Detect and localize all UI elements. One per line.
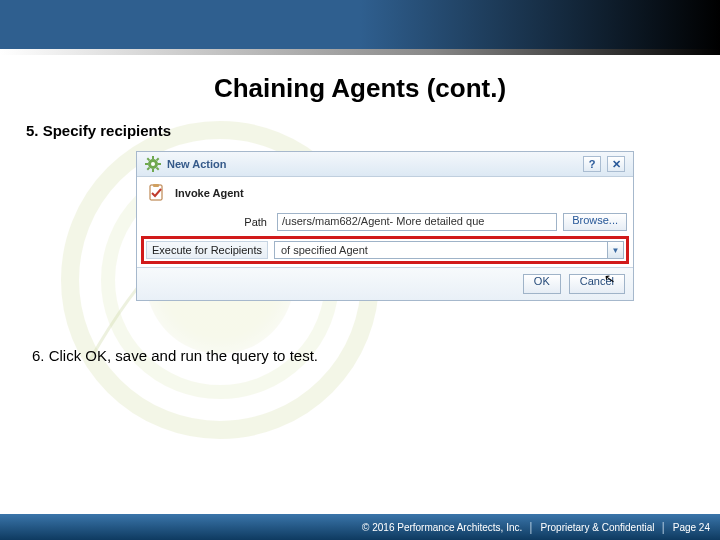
recipients-row-highlight: Execute for Recipients of specified Agen…	[141, 236, 629, 264]
footer-proprietary: Proprietary & Confidential	[541, 522, 655, 533]
ok-button[interactable]: OK	[523, 274, 561, 294]
slide-top-bar	[0, 0, 720, 55]
dialog-title-text: New Action	[167, 158, 577, 170]
slide-title: Chaining Agents (cont.)	[26, 73, 694, 104]
svg-rect-14	[153, 184, 159, 187]
browse-button[interactable]: Browse...	[563, 213, 627, 231]
footer-page: Page 24	[673, 522, 710, 533]
dialog-titlebar: New Action ? ✕	[137, 152, 633, 177]
svg-rect-13	[150, 185, 162, 200]
footer-copyright: © 2016 Performance Architects, Inc.	[362, 522, 522, 533]
step-5-text: 5. Specify recipients	[26, 122, 694, 139]
close-button[interactable]: ✕	[607, 156, 625, 172]
invoke-agent-label: Invoke Agent	[175, 187, 244, 199]
svg-line-9	[157, 168, 159, 170]
help-button[interactable]: ?	[583, 156, 601, 172]
recipients-select[interactable]: of specified Agent ▼	[274, 241, 624, 259]
svg-line-11	[147, 168, 149, 170]
slide-footer: © 2016 Performance Architects, Inc. │ Pr…	[0, 514, 720, 540]
recipients-value: of specified Agent	[275, 244, 607, 256]
invoke-agent-icon	[147, 183, 167, 203]
svg-line-8	[147, 158, 149, 160]
step-6-text: 6. Click OK, save and run the query to t…	[32, 347, 694, 364]
svg-point-12	[151, 162, 155, 166]
gear-icon	[145, 156, 161, 172]
path-label: Path	[143, 216, 271, 228]
svg-line-10	[157, 158, 159, 160]
cursor-icon: ↖	[603, 270, 616, 287]
path-input[interactable]: /users/mam682/Agent- More detailed que	[277, 213, 557, 231]
cancel-button[interactable]: Cancel	[569, 274, 625, 294]
chevron-down-icon: ▼	[607, 242, 623, 258]
new-action-dialog: New Action ? ✕ Invoke Agent Path	[136, 151, 634, 301]
recipients-label: Execute for Recipients	[146, 241, 268, 259]
